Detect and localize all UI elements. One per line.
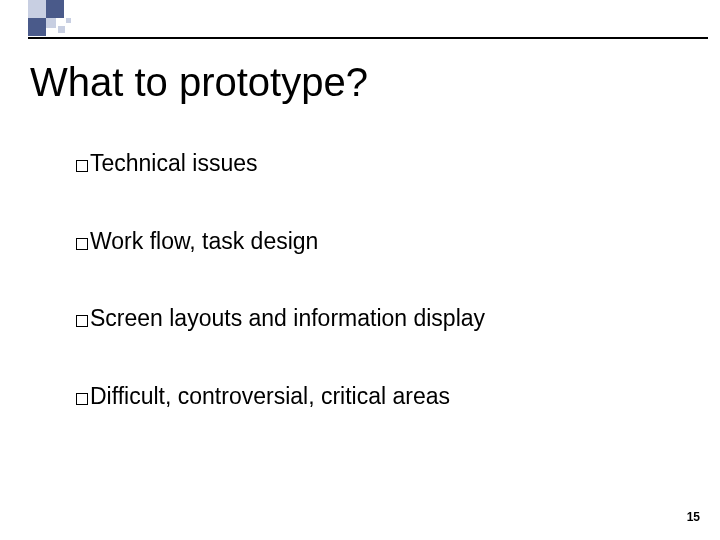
- bullet-text: Work flow, task design: [90, 228, 318, 254]
- bullet-text: Screen layouts and information display: [90, 305, 485, 331]
- bullet-item: Work flow, task design: [76, 228, 656, 256]
- bullet-item: Screen layouts and information display: [76, 305, 656, 333]
- bullet-text: Difficult, controversial, critical areas: [90, 383, 450, 409]
- bullet-text: Technical issues: [90, 150, 257, 176]
- bullet-box-icon: [76, 393, 88, 405]
- page-number: 15: [687, 510, 700, 524]
- bullet-list: Technical issues Work flow, task design …: [76, 150, 656, 460]
- bullet-item: Difficult, controversial, critical areas: [76, 383, 656, 411]
- header-decoration: [0, 0, 720, 42]
- bullet-box-icon: [76, 160, 88, 172]
- slide-title: What to prototype?: [30, 60, 368, 105]
- header-rule: [28, 37, 708, 39]
- bullet-box-icon: [76, 315, 88, 327]
- bullet-box-icon: [76, 238, 88, 250]
- bullet-item: Technical issues: [76, 150, 656, 178]
